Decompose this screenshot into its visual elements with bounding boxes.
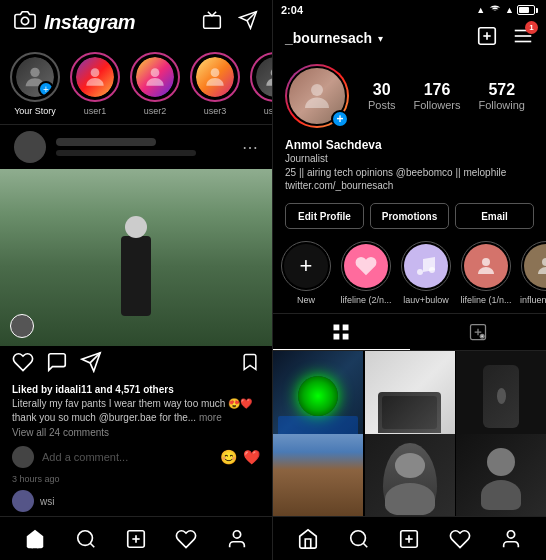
- story-label-2: user2: [144, 106, 167, 116]
- right-nav-search[interactable]: [342, 522, 376, 556]
- svg-point-27: [542, 258, 546, 266]
- svg-point-40: [507, 530, 514, 537]
- promotions-button[interactable]: Promotions: [370, 203, 449, 229]
- nav-search[interactable]: [69, 522, 103, 556]
- share-icon[interactable]: [80, 351, 102, 378]
- comment-icon[interactable]: [46, 351, 68, 378]
- profile-link[interactable]: twitter.com/_bournesach: [285, 180, 534, 191]
- story-item-1[interactable]: user1: [70, 52, 120, 116]
- email-button[interactable]: Email: [455, 203, 534, 229]
- your-story-label: Your Story: [14, 106, 56, 116]
- hl-label-4: influencerrr...: [520, 295, 546, 305]
- photos-grid: [273, 351, 546, 516]
- stat-following[interactable]: 572 Following: [479, 81, 525, 111]
- highlight-influencer[interactable]: influencerrr...: [521, 241, 546, 305]
- svg-point-0: [21, 17, 28, 24]
- notifications-icon-wrap[interactable]: 1: [512, 25, 534, 51]
- profile-bio-section: Anmol Sachdeva Journalist 25 || airing t…: [273, 138, 546, 195]
- add-story-button[interactable]: +: [38, 81, 54, 97]
- figure-head: [125, 216, 147, 238]
- add-profile-button[interactable]: +: [331, 110, 349, 128]
- nav-home[interactable]: [18, 522, 52, 556]
- emoji-icon-1[interactable]: 😊: [220, 449, 237, 465]
- chevron-down-icon[interactable]: ▾: [378, 33, 383, 44]
- wsi-avatar: [12, 490, 34, 512]
- right-header: _bournesach ▾ 1: [273, 18, 546, 58]
- stat-followers[interactable]: 176 Followers: [413, 81, 460, 111]
- username-row[interactable]: _bournesach ▾: [285, 30, 383, 46]
- emoji-icon-2[interactable]: ❤️: [243, 449, 260, 465]
- svg-point-25: [429, 267, 435, 273]
- header-icons: [202, 10, 258, 35]
- svg-point-5: [91, 68, 100, 77]
- send-icon[interactable]: [238, 10, 258, 35]
- like-icon[interactable]: [12, 351, 34, 378]
- left-panel: Instagram: [0, 0, 273, 560]
- battery-fill: [519, 7, 529, 13]
- hl-ring-1: [341, 241, 391, 291]
- view-comments[interactable]: View all 24 comments: [12, 427, 260, 438]
- story-item-your[interactable]: + Your Story: [10, 52, 60, 116]
- post-time: 3 hours ago: [0, 472, 272, 486]
- grid-cell-1[interactable]: [273, 351, 363, 441]
- grid-cell-4[interactable]: [273, 434, 363, 516]
- hl-circle-4: [524, 244, 546, 288]
- grid-cell-5[interactable]: [365, 434, 455, 516]
- notification-badge: 1: [525, 21, 538, 34]
- more-label[interactable]: more: [199, 412, 222, 423]
- highlight-lifeline2[interactable]: lifeline (1/n...: [461, 241, 511, 305]
- highlight-lifeline1[interactable]: lifeline (2/n...: [341, 241, 391, 305]
- post-user-overlay: [10, 314, 34, 338]
- right-nav-add[interactable]: [392, 522, 426, 556]
- edit-profile-button[interactable]: Edit Profile: [285, 203, 364, 229]
- comment-input[interactable]: Add a comment...: [42, 451, 212, 463]
- add-post-icon[interactable]: [476, 25, 498, 51]
- profile-buttons: Edit Profile Promotions Email: [273, 195, 546, 237]
- dm-row[interactable]: ⋯: [0, 125, 272, 169]
- nav-heart[interactable]: [169, 522, 203, 556]
- dm-text-area: [56, 138, 232, 156]
- posts-label: Posts: [368, 99, 396, 111]
- svg-point-7: [211, 68, 220, 77]
- grid-cell-6[interactable]: [456, 434, 546, 516]
- svg-point-26: [482, 258, 490, 266]
- dm-more-icon[interactable]: ⋯: [242, 138, 258, 157]
- story-item-2[interactable]: user2: [130, 52, 180, 116]
- profile-avatar-wrap[interactable]: +: [285, 64, 349, 128]
- right-nav-home[interactable]: [291, 522, 325, 556]
- right-header-icons: 1: [476, 25, 534, 51]
- post-image-container: [0, 169, 272, 346]
- battery-body: [517, 5, 535, 15]
- app-logo: Instagram: [44, 11, 135, 34]
- profile-username: _bournesach: [285, 30, 372, 46]
- comment-user-avatar: [12, 446, 34, 468]
- tab-tagged[interactable]: [410, 314, 547, 350]
- story-item-4[interactable]: user4: [250, 52, 272, 116]
- new-highlight-label: New: [297, 295, 315, 305]
- right-nav-profile[interactable]: [494, 522, 528, 556]
- tv-icon[interactable]: [202, 10, 222, 35]
- svg-point-11: [77, 530, 92, 545]
- grid-cell-3[interactable]: [456, 351, 546, 441]
- grid-cell-2[interactable]: [365, 351, 455, 441]
- story-item-3[interactable]: user3: [190, 52, 240, 116]
- your-story-inner: +: [14, 55, 56, 99]
- bookmark-icon[interactable]: [240, 352, 260, 377]
- new-highlight-ring: +: [281, 241, 331, 291]
- your-story-avatar: +: [16, 57, 54, 97]
- right-nav-heart[interactable]: [443, 522, 477, 556]
- highlight-new[interactable]: + New: [281, 241, 331, 305]
- svg-rect-30: [334, 333, 340, 339]
- tab-grid[interactable]: [273, 314, 410, 350]
- story-label-1: user1: [84, 106, 107, 116]
- right-panel: 2:04 ▲ ▲ _bournesach ▾: [273, 0, 546, 560]
- story-ring-2: [130, 52, 180, 102]
- post-user-icon: [10, 314, 34, 338]
- stat-posts[interactable]: 30 Posts: [368, 81, 396, 111]
- nav-profile[interactable]: [220, 522, 254, 556]
- camera-icon[interactable]: [14, 9, 36, 36]
- highlight-lauv[interactable]: lauv+bulow: [401, 241, 451, 305]
- tab-row: [273, 313, 546, 351]
- hl-ring-2: [401, 241, 451, 291]
- nav-add[interactable]: [119, 522, 153, 556]
